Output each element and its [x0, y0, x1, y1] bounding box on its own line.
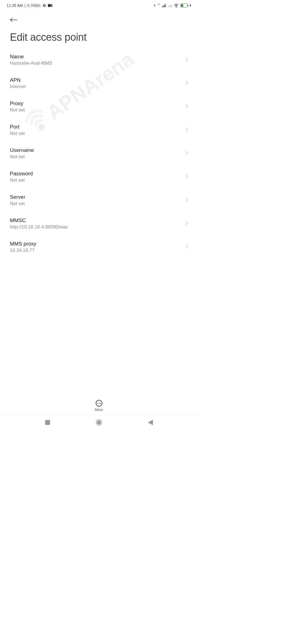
video-icon	[48, 4, 52, 7]
setting-value: 10.16.18.77	[10, 248, 185, 253]
setting-label: Proxy	[10, 100, 185, 107]
svg-rect-1	[162, 6, 162, 7]
svg-rect-7	[169, 6, 169, 7]
status-data-speed: 0.7KB/s	[27, 3, 41, 8]
setting-value: http://10.16.18.4:38090/was	[10, 224, 185, 230]
svg-rect-8	[169, 5, 170, 7]
svg-rect-3	[163, 5, 164, 7]
more-button[interactable]: More	[0, 396, 198, 414]
setting-label: Server	[10, 194, 185, 200]
setting-value: Hamrahe-Aval-MMS	[10, 61, 185, 66]
chevron-right-icon	[185, 221, 188, 227]
setting-port[interactable]: Port Not set	[10, 118, 188, 142]
setting-value: Not set	[10, 131, 185, 136]
setting-mmsc[interactable]: MMSC http://10.16.18.4:38090/was	[10, 212, 188, 235]
setting-label: Port	[10, 124, 185, 130]
setting-apn[interactable]: APN internet	[10, 72, 188, 95]
navigation-bar	[0, 415, 198, 429]
gear-icon	[42, 4, 46, 7]
setting-value: Not set	[10, 201, 185, 206]
settings-list: APNArena Name Hamrahe-Aval-MMS APN inter…	[0, 48, 198, 284]
chevron-right-icon	[185, 127, 188, 133]
chevron-right-icon	[185, 174, 188, 180]
setting-label: APN	[10, 77, 185, 83]
more-icon	[96, 400, 102, 406]
battery-level: 38	[181, 4, 183, 7]
page-title: Edit access point	[0, 25, 198, 48]
signal-icon-2	[168, 4, 172, 7]
status-time: 11:35 AM	[7, 3, 23, 8]
svg-rect-6	[168, 6, 168, 7]
setting-label: Username	[10, 147, 185, 153]
svg-rect-9	[170, 4, 171, 7]
setting-value: Not set	[10, 154, 185, 160]
setting-label: Name	[10, 54, 185, 60]
status-bar: 11:35 AM | 0.7KB/s 4G 38	[0, 0, 198, 11]
nav-home-button[interactable]	[96, 419, 102, 425]
setting-value: Not set	[10, 107, 185, 113]
chevron-right-icon	[185, 244, 188, 250]
chevron-right-icon	[185, 151, 188, 157]
setting-proxy[interactable]: Proxy Not set	[10, 95, 188, 118]
svg-rect-5	[165, 4, 166, 7]
chevron-right-icon	[185, 80, 188, 86]
charging-icon	[189, 4, 191, 7]
svg-point-14	[97, 421, 101, 424]
nav-back-button[interactable]	[148, 420, 153, 425]
setting-server[interactable]: Server Not set	[10, 189, 188, 212]
back-button[interactable]	[10, 16, 18, 24]
bluetooth-icon	[153, 3, 156, 8]
status-separator: |	[24, 3, 26, 8]
chevron-right-icon	[185, 197, 188, 203]
signal-icon-1	[162, 4, 166, 7]
battery-icon: 38	[180, 4, 188, 7]
chevron-right-icon	[185, 57, 188, 63]
more-label: More	[95, 408, 103, 412]
svg-rect-2	[163, 6, 163, 7]
header	[0, 11, 198, 25]
setting-label: Password	[10, 171, 185, 177]
status-right: 4G 38	[153, 3, 191, 8]
wifi-icon	[174, 4, 179, 7]
setting-username[interactable]: Username Not set	[10, 142, 188, 165]
setting-label: MMS proxy	[10, 241, 185, 247]
setting-name[interactable]: Name Hamrahe-Aval-MMS	[10, 48, 188, 72]
svg-rect-0	[48, 4, 51, 7]
status-left: 11:35 AM | 0.7KB/s	[7, 3, 52, 8]
chevron-right-icon	[185, 104, 188, 110]
svg-rect-12	[45, 420, 50, 425]
setting-value: internet	[10, 84, 185, 89]
svg-rect-4	[164, 4, 165, 7]
network-type-label: 4G	[158, 3, 160, 5]
setting-value: Not set	[10, 178, 185, 183]
setting-mms-proxy[interactable]: MMS proxy 10.16.18.77	[10, 235, 188, 259]
setting-label: MMSC	[10, 217, 185, 223]
setting-password[interactable]: Password Not set	[10, 165, 188, 189]
svg-point-10	[176, 7, 177, 7]
nav-recents-button[interactable]	[45, 420, 50, 425]
